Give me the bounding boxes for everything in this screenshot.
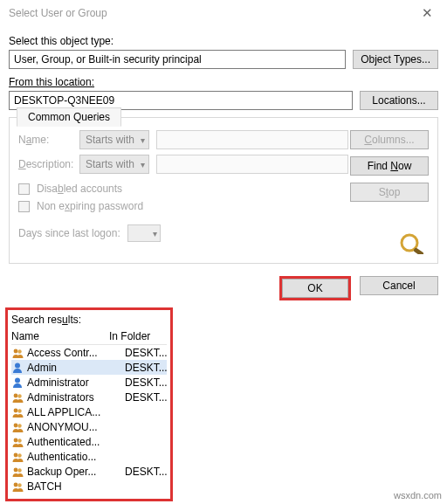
chevron-down-icon: ▾ [153,229,157,238]
result-name: Backup Oper... [27,466,121,478]
result-row[interactable]: Authenticated... [11,434,167,449]
group-icon [11,466,24,478]
window-title: Select User or Group [9,7,407,19]
object-type-field[interactable]: User, Group, or Built-in security princi… [9,50,346,69]
cancel-button[interactable]: Cancel [360,276,438,295]
result-name: Admin [27,362,121,374]
group-icon [11,451,24,463]
svg-point-7 [17,394,21,397]
user-icon [11,376,24,389]
find-now-button[interactable]: Find Now [350,156,429,176]
name-label: Name: [18,134,72,146]
group-icon [11,391,24,404]
columns-button[interactable]: Columns... [350,130,429,149]
result-name: Authenticatio... [27,451,121,463]
svg-point-13 [17,438,21,442]
svg-point-2 [14,349,18,353]
result-row[interactable]: ANONYMOU... [11,419,167,434]
svg-point-4 [15,362,20,368]
location-label: From this location: [9,76,438,88]
result-name: ANONYMOU... [27,421,121,433]
svg-point-10 [14,423,18,427]
non-expiring-label: Non expiring password [37,200,143,212]
search-results: Search results: Name In Folder Access Co… [5,307,173,501]
days-since-logon-label: Days since last logon: [18,227,120,239]
object-types-button[interactable]: Object Types... [353,50,438,69]
group-icon [11,436,24,448]
result-row[interactable]: Authenticatio... [11,449,167,464]
search-icon [397,231,429,254]
result-name: ALL APPLICA... [27,406,121,418]
result-name: Authenticated... [27,436,121,448]
column-name[interactable]: Name [11,330,109,342]
description-input[interactable] [156,155,348,174]
common-queries-group: Common Queries Name: Starts with▾ Descri… [9,117,438,264]
ok-button[interactable]: OK [282,279,348,298]
result-name: Administrators [27,391,121,404]
svg-point-17 [17,468,21,472]
user-icon [11,362,24,374]
dialog-actions: OK Cancel [0,264,447,307]
group-icon [11,347,24,359]
search-results-label: Search results: [11,314,167,326]
svg-point-3 [17,349,21,353]
column-folder[interactable]: In Folder [109,330,167,342]
svg-point-16 [14,467,18,472]
svg-point-14 [14,452,18,457]
result-row[interactable]: BATCH [11,479,167,494]
result-row[interactable]: AdminDESKT... [11,360,167,375]
svg-point-5 [15,377,20,383]
name-input[interactable] [156,130,348,149]
watermark: wsxdn.com [394,490,442,501]
svg-point-18 [14,482,18,487]
svg-point-11 [17,424,21,427]
locations-button[interactable]: Locations... [360,91,438,110]
result-folder: DESKT... [125,347,167,359]
chevron-down-icon: ▾ [141,135,145,145]
result-name: BATCH [27,480,121,493]
svg-point-19 [17,483,21,487]
group-icon [11,406,24,418]
svg-point-9 [17,409,21,412]
svg-point-8 [14,408,18,412]
ok-highlight: OK [279,276,351,300]
result-folder: DESKT... [125,362,167,374]
disabled-accounts-checkbox[interactable] [18,183,30,195]
svg-point-6 [14,393,18,397]
titlebar: Select User or Group ✕ [0,0,447,26]
disabled-accounts-label: Disabled accounts [37,183,122,195]
name-mode-combo[interactable]: Starts with▾ [79,130,149,149]
results-list: Access Contr...DESKT...AdminDESKT...Admi… [11,345,167,494]
result-row[interactable]: AdministratorsDESKT... [11,390,167,404]
group-icon [11,421,24,433]
chevron-down-icon: ▾ [141,160,145,169]
result-name: Access Contr... [27,347,121,359]
result-row[interactable]: Backup Oper...DESKT... [11,464,167,479]
result-folder: DESKT... [125,391,167,404]
result-name: Administrator [27,376,121,389]
group-icon [11,480,24,493]
non-expiring-checkbox[interactable] [18,201,30,212]
description-mode-combo[interactable]: Starts with▾ [79,155,149,174]
svg-point-12 [14,438,18,442]
svg-point-15 [17,453,21,457]
stop-button[interactable]: Stop [350,183,429,202]
result-row[interactable]: Access Contr...DESKT... [11,345,167,360]
result-row[interactable]: ALL APPLICA... [11,404,167,419]
object-type-label: Select this object type: [9,35,438,47]
dialog-content: Select this object type: User, Group, or… [0,26,447,264]
description-label: Description: [18,158,72,170]
close-button[interactable]: ✕ [407,0,447,26]
results-header: Name In Folder [11,328,167,345]
result-row[interactable]: AdministratorDESKT... [11,375,167,390]
result-folder: DESKT... [125,466,167,478]
days-combo[interactable]: ▾ [127,224,161,242]
result-folder: DESKT... [125,376,167,389]
common-queries-tab[interactable]: Common Queries [17,107,121,127]
